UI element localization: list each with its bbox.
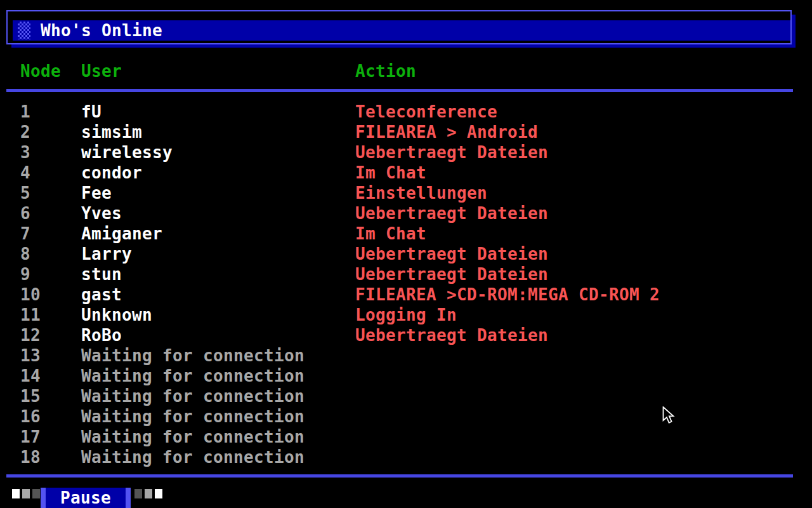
whos-online-screen: Who's Online Node User Action 1fUTelecon…	[0, 0, 812, 508]
column-header-action: Action	[355, 61, 416, 81]
table-row: 2simsimFILEAREA > Android	[0, 122, 812, 142]
node-cell: 2	[20, 122, 30, 142]
table-row: 16Waiting for connection	[0, 406, 812, 427]
titlebar-checker-icon	[18, 22, 30, 39]
table-row: 5FeeEinstellungen	[0, 183, 812, 203]
node-cell: 17	[20, 427, 41, 447]
action-cell: FILEAREA > Android	[355, 122, 538, 142]
user-cell: Unknown	[81, 305, 152, 325]
table-row: 13Waiting for connection	[0, 345, 812, 366]
action-cell: Uebertraegt Dateien	[355, 203, 548, 224]
footer-separator	[6, 474, 793, 478]
table-row: 15Waiting for connection	[0, 386, 812, 406]
grip-square-icon	[155, 489, 162, 498]
action-cell: Logging In	[355, 305, 457, 325]
action-cell: FILEAREA >CD-ROM:MEGA CD-ROM 2	[355, 284, 660, 305]
user-cell: Waiting for connection	[81, 366, 304, 386]
action-cell: Uebertraegt Dateien	[355, 264, 548, 284]
action-cell: Uebertraegt Dateien	[355, 142, 548, 163]
node-cell: 8	[20, 244, 30, 264]
table-row: 1fUTeleconference	[0, 102, 812, 122]
node-cell: 3	[20, 142, 30, 163]
table-row: 10gastFILEAREA >CD-ROM:MEGA CD-ROM 2	[0, 284, 812, 305]
header-separator	[6, 89, 793, 92]
window-title: Who's Online	[41, 20, 162, 41]
user-cell: Larry	[81, 244, 132, 264]
user-cell: wirelessy	[81, 142, 173, 163]
action-cell: Im Chat	[355, 224, 426, 244]
user-cell: Amiganer	[81, 224, 162, 244]
user-cell: Yves	[81, 203, 122, 224]
table-row: 7AmiganerIm Chat	[0, 224, 812, 244]
action-cell: Uebertraegt Dateien	[355, 325, 548, 345]
node-cell: 13	[20, 345, 41, 366]
node-cell: 9	[20, 264, 30, 284]
user-cell: Fee	[81, 183, 112, 203]
node-cell: 4	[20, 163, 30, 183]
column-header-user: User	[81, 61, 122, 81]
pause-button[interactable]: Pause	[41, 488, 131, 508]
grip-square-icon	[32, 489, 40, 498]
user-cell: fU	[81, 102, 102, 122]
user-cell: stun	[81, 264, 122, 284]
titlebar: Who's Online	[13, 20, 790, 41]
action-cell: Teleconference	[355, 102, 497, 122]
user-cell: gast	[81, 284, 122, 305]
grip-square-icon	[145, 489, 152, 498]
user-cell: Waiting for connection	[81, 386, 304, 406]
node-cell: 10	[20, 284, 41, 305]
node-cell: 14	[20, 366, 41, 386]
node-cell: 1	[20, 102, 30, 122]
node-cell: 15	[20, 386, 41, 406]
user-cell: simsim	[81, 122, 142, 142]
grip-square-icon	[134, 489, 142, 498]
user-cell: Waiting for connection	[81, 406, 304, 427]
node-cell: 16	[20, 406, 41, 427]
table-row: 18Waiting for connection	[0, 447, 812, 467]
online-table-body: 1fUTeleconference2simsimFILEAREA > Andro…	[0, 102, 812, 467]
column-header-node: Node	[20, 61, 61, 81]
table-row: 17Waiting for connection	[0, 427, 812, 447]
table-row: 4condorIm Chat	[0, 163, 812, 183]
table-row: 3wirelessyUebertraegt Dateien	[0, 142, 812, 163]
table-row: 11UnknownLogging In	[0, 305, 812, 325]
user-cell: Waiting for connection	[81, 427, 304, 447]
titlebar-frame: Who's Online	[6, 10, 792, 44]
table-row: 9stunUebertraegt Dateien	[0, 264, 812, 284]
table-row: 6YvesUebertraegt Dateien	[0, 203, 812, 224]
node-cell: 6	[20, 203, 30, 224]
table-row: 8LarryUebertraegt Dateien	[0, 244, 812, 264]
node-cell: 18	[20, 447, 41, 467]
node-cell: 5	[20, 183, 30, 203]
node-cell: 12	[20, 325, 41, 345]
user-cell: condor	[81, 163, 142, 183]
user-cell: RoBo	[81, 325, 122, 345]
mouse-cursor-icon	[662, 406, 675, 424]
node-cell: 11	[20, 305, 41, 325]
table-row: 12RoBoUebertraegt Dateien	[0, 325, 812, 345]
action-cell: Einstellungen	[355, 183, 487, 203]
grip-square-icon	[22, 489, 30, 498]
table-row: 14Waiting for connection	[0, 366, 812, 386]
action-cell: Im Chat	[355, 163, 426, 183]
user-cell: Waiting for connection	[81, 345, 304, 366]
user-cell: Waiting for connection	[81, 447, 304, 467]
node-cell: 7	[20, 224, 30, 244]
action-cell: Uebertraegt Dateien	[355, 244, 548, 264]
grip-square-icon	[12, 489, 20, 498]
